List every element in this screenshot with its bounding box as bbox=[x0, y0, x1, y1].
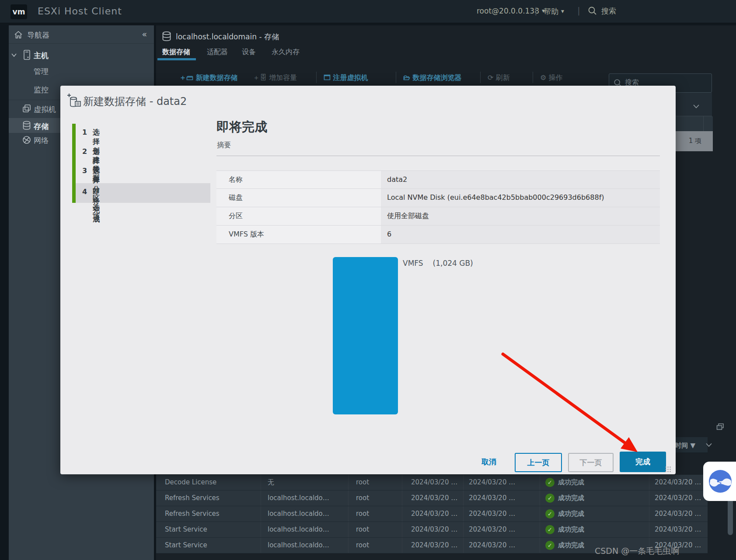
plus-datastore-icon: ＋🗃 bbox=[179, 73, 196, 82]
task-name: Start Service bbox=[156, 522, 261, 537]
help-menu-label: 帮助 bbox=[544, 7, 558, 16]
task-result: ✓成功完成 bbox=[540, 522, 649, 537]
task-completed: 2024/03/20 … bbox=[649, 506, 708, 522]
task-completed: 2024/03/20 … bbox=[649, 475, 708, 490]
vmfs-partition-bar bbox=[333, 257, 398, 414]
new-datastore-button[interactable]: ＋🗃 新建数据存储 bbox=[179, 73, 238, 83]
task-initiator: root bbox=[349, 475, 402, 490]
success-check-icon: ✓ bbox=[545, 509, 555, 518]
next-button[interactable]: 下一页 bbox=[568, 453, 614, 472]
column-divider bbox=[703, 116, 704, 131]
sidebar-item-network[interactable]: 网络 bbox=[34, 136, 49, 146]
summary-row-partition: 分区 使用全部磁盘 bbox=[216, 207, 660, 226]
task-name: Refresh Services bbox=[156, 506, 261, 522]
app-title: ESXi Host Client bbox=[38, 6, 122, 17]
actions-button[interactable]: ⚙ 操作 bbox=[540, 73, 562, 83]
blue-orb-icon bbox=[708, 470, 732, 493]
restore-panel-icon[interactable] bbox=[716, 423, 724, 430]
task-initiator: root bbox=[349, 506, 402, 522]
summary-row-disk: 磁盘 Local NVMe Disk (eui.e64e8bac42b5bbab… bbox=[216, 189, 660, 207]
wizard-progress-bar bbox=[72, 124, 76, 203]
network-icon bbox=[22, 136, 31, 144]
top-bar: vm ESXi Host Client root@20.0.0.138▼ | 帮… bbox=[0, 0, 736, 23]
esxi-host-client-window: vm ESXi Host Client root@20.0.0.138▼ | 帮… bbox=[0, 0, 736, 560]
task-result: ✓成功完成 bbox=[540, 475, 649, 490]
plus-capacity-icon: ＋🗄 bbox=[253, 73, 269, 82]
task-completed: 2024/03/20 … bbox=[649, 490, 708, 506]
table-row[interactable]: Decode License 无 root 2024/03/20 … 2024/… bbox=[156, 475, 708, 490]
vmfs-partition-label: VMFS (1,024 GB) bbox=[403, 259, 473, 268]
tab-devices[interactable]: 设备 bbox=[242, 48, 256, 57]
sidebar-item-virtual-machines[interactable]: 虚拟机 bbox=[34, 104, 56, 115]
storage-icon bbox=[22, 121, 31, 130]
task-target: localhost.localdo… bbox=[261, 506, 349, 522]
finish-button[interactable]: 完成 bbox=[620, 452, 666, 472]
floating-widget[interactable] bbox=[703, 462, 736, 501]
new-datastore-dialog: 新建数据存储 - data2 1 选择创建类型 2 选择设备 3 选择分区选项 … bbox=[60, 86, 676, 474]
task-queued: 2024/03/20 … bbox=[402, 475, 464, 490]
summary-row-name: 名称 data2 bbox=[216, 170, 660, 189]
task-target: 无 bbox=[261, 475, 349, 490]
step-heading: 即将完成 bbox=[216, 118, 267, 136]
sidebar-item-manage[interactable]: 管理 bbox=[34, 66, 49, 77]
task-result: ✓成功完成 bbox=[540, 490, 649, 506]
summary-table: 名称 data2 磁盘 Local NVMe Disk (eui.e64e8ba… bbox=[216, 170, 660, 244]
refresh-button[interactable]: ⟳ 刷新 bbox=[488, 73, 510, 83]
task-queued: 2024/03/20 … bbox=[402, 522, 464, 537]
global-search[interactable]: 搜索 bbox=[588, 6, 616, 17]
dialog-title: 新建数据存储 - data2 bbox=[83, 94, 187, 108]
toolbar-divider bbox=[480, 72, 481, 83]
virtual-machines-icon bbox=[22, 104, 31, 113]
success-check-icon: ✓ bbox=[545, 541, 555, 550]
chevron-down-icon[interactable] bbox=[705, 442, 713, 448]
host-icon bbox=[23, 49, 31, 60]
task-started: 2024/03/20 … bbox=[464, 538, 540, 553]
step-subheading: 摘要 bbox=[217, 141, 231, 150]
table-row[interactable]: Refresh Services localhost.localdo… root… bbox=[156, 506, 708, 522]
search-icon bbox=[588, 6, 597, 16]
sidebar-item-storage[interactable]: 存储 bbox=[34, 122, 49, 132]
task-target: localhost.localdo… bbox=[261, 490, 349, 506]
toolbar-divider bbox=[316, 72, 317, 83]
home-icon bbox=[14, 31, 23, 39]
sidebar-item-host[interactable]: 主机 bbox=[34, 51, 49, 61]
task-queued: 2024/03/20 … bbox=[402, 506, 464, 522]
vmware-logo: vm bbox=[10, 4, 27, 19]
table-row[interactable]: Refresh Services localhost.localdo… root… bbox=[156, 490, 708, 506]
user-menu-label: root@20.0.0.138 bbox=[477, 7, 539, 15]
folder-icon: 🗁 bbox=[403, 73, 413, 82]
success-check-icon: ✓ bbox=[545, 494, 555, 503]
tab-persistent-memory[interactable]: 永久内存 bbox=[272, 48, 300, 57]
gear-icon: ⚙ bbox=[540, 73, 548, 82]
register-vm-button[interactable]: 🗔 注册虚拟机 bbox=[324, 73, 368, 83]
task-initiator: root bbox=[349, 522, 402, 537]
divider bbox=[216, 156, 660, 156]
chevron-down-icon: ▼ bbox=[561, 9, 564, 14]
task-started: 2024/03/20 … bbox=[464, 522, 540, 537]
success-check-icon: ✓ bbox=[545, 525, 555, 534]
task-target: localhost.localdo… bbox=[261, 522, 349, 537]
task-initiator: root bbox=[349, 490, 402, 506]
global-search-label: 搜索 bbox=[601, 7, 616, 15]
toolbar-divider bbox=[533, 72, 533, 83]
task-started: 2024/03/20 … bbox=[464, 506, 540, 522]
collapse-sidebar-icon[interactable]: « bbox=[142, 29, 147, 39]
table-row[interactable]: Start Service localhost.localdo… root 20… bbox=[156, 522, 708, 538]
increase-capacity-button[interactable]: ＋🗄 增加容量 bbox=[253, 73, 297, 83]
new-datastore-icon bbox=[66, 93, 82, 108]
help-menu[interactable]: 帮助▼ bbox=[544, 7, 564, 17]
task-completed: 2024/03/20 … bbox=[649, 522, 708, 537]
task-initiator: root bbox=[349, 538, 402, 553]
previous-button[interactable]: 上一页 bbox=[515, 453, 562, 472]
summary-row-vmfs-version: VMFS 版本 6 bbox=[216, 226, 660, 244]
tab-datastores[interactable]: 数据存储 bbox=[162, 48, 190, 57]
topbar-divider: | bbox=[534, 5, 537, 16]
navigator-title: 导航器 bbox=[27, 30, 49, 40]
recent-tasks-table: Decode License 无 root 2024/03/20 … 2024/… bbox=[156, 475, 708, 553]
cancel-button[interactable]: 取消 bbox=[474, 456, 504, 467]
tab-adapters[interactable]: 适配器 bbox=[207, 48, 228, 57]
datastore-browser-button[interactable]: 🗁 数据存储浏览器 bbox=[403, 73, 462, 83]
tree-expand-icon[interactable] bbox=[10, 52, 17, 58]
sidebar-item-monitor[interactable]: 监控 bbox=[34, 85, 49, 95]
resize-grip[interactable] bbox=[665, 466, 672, 473]
